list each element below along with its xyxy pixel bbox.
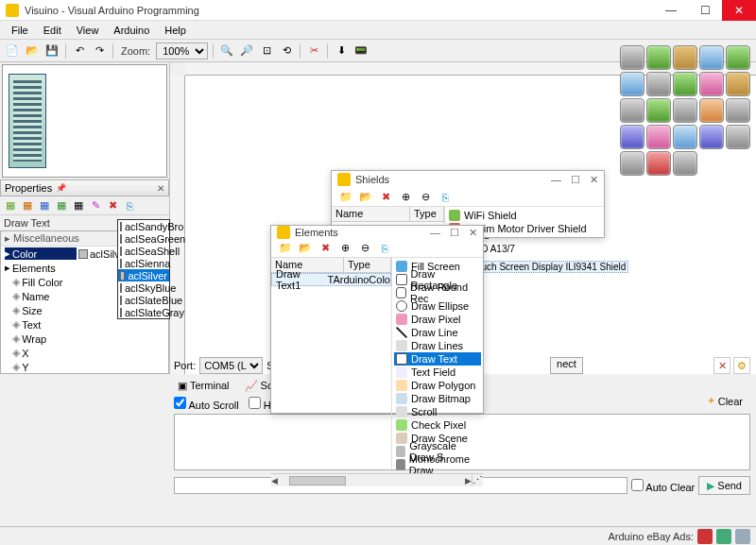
zoom-reset-icon[interactable]: ⟲	[278, 43, 295, 60]
color-option[interactable]: aclSkyBlue	[118, 281, 169, 294]
pin-icon[interactable]: 📌	[56, 183, 66, 193]
color-option[interactable]: aclSlateBlue	[118, 294, 169, 306]
prop-row-x[interactable]: ◈ X	[1, 346, 168, 360]
dialog-max-icon[interactable]: ☐	[450, 227, 459, 239]
port-select[interactable]: COM5 (L	[199, 357, 263, 374]
element-item-draw-lines[interactable]: Draw Lines	[394, 339, 481, 352]
tool-icon[interactable]: 📂	[297, 240, 314, 257]
tool-icon[interactable]: ⊖	[417, 189, 434, 206]
tool-icon[interactable]: ✖	[377, 189, 394, 206]
prop-tool-1[interactable]: ▦	[3, 198, 18, 213]
tool-icon[interactable]: ⎘	[376, 240, 393, 257]
palette-item[interactable]	[620, 151, 644, 176]
palette-item[interactable]	[620, 72, 644, 96]
zoom-select[interactable]: 100%	[156, 43, 208, 60]
palette-item[interactable]	[726, 98, 750, 123]
element-item-scroll[interactable]: Scroll	[394, 405, 481, 418]
element-item-text-field[interactable]: Text Field	[394, 366, 481, 379]
send-button[interactable]: ▶Send	[698, 476, 750, 495]
shields-titlebar[interactable]: Shields —☐✕	[332, 171, 604, 188]
palette-item[interactable]	[673, 72, 697, 96]
element-item-draw-text[interactable]: Draw Text	[394, 352, 481, 366]
maximize-button[interactable]: ☐	[688, 0, 722, 21]
redo-icon[interactable]: ↷	[91, 43, 108, 60]
palette-item[interactable]	[726, 45, 750, 70]
dialog-min-icon[interactable]: —	[430, 227, 440, 239]
shield-item-touch[interactable]: r Touch Screen Display ILI9341 Shield	[463, 261, 628, 273]
palette-item[interactable]	[673, 98, 697, 123]
open-icon[interactable]: 📂	[24, 43, 41, 60]
zoom-fit-icon[interactable]: ⊡	[258, 43, 275, 60]
save-icon[interactable]: 💾	[43, 43, 60, 60]
prop-tool-6[interactable]: ✎	[88, 198, 103, 213]
element-item-check-pixel[interactable]: Check Pixel	[394, 418, 481, 432]
dialog-max-icon[interactable]: ☐	[571, 174, 580, 186]
prop-tool-5[interactable]: ▦	[71, 198, 86, 213]
dialog-scrollbar[interactable]: ◀▶⋰	[271, 473, 483, 486]
tab-terminal[interactable]: ▣Terminal	[174, 379, 233, 393]
color-option[interactable]: aclSienna	[118, 257, 169, 269]
tool-icon[interactable]: ⊕	[336, 240, 353, 257]
palette-item[interactable]	[646, 125, 671, 149]
upload-icon[interactable]: ⬇	[333, 43, 350, 60]
prop-row-wrap[interactable]: ◈ Wrap	[1, 332, 168, 346]
palette-item[interactable]	[699, 125, 724, 149]
element-item-draw-ellipse[interactable]: Draw Ellipse	[394, 299, 481, 313]
status-icon-3[interactable]	[735, 529, 750, 544]
element-item-draw-line[interactable]: Draw Line	[394, 326, 481, 339]
palette-item[interactable]	[699, 98, 724, 123]
element-item-draw-round-rec[interactable]: Draw Round Rec	[394, 286, 481, 299]
palette-item[interactable]	[646, 98, 671, 123]
dialog-close-icon[interactable]: ✕	[590, 174, 598, 186]
tool-icon[interactable]: ✖	[317, 240, 334, 257]
prop-tool-4[interactable]: ▦	[54, 198, 69, 213]
serial-icon[interactable]: 📟	[352, 43, 369, 60]
palette-item[interactable]	[620, 125, 644, 149]
elements-titlebar[interactable]: Elements —☐✕	[271, 226, 483, 239]
color-option-selected[interactable]: aclSilver	[118, 269, 169, 281]
dialog-close-icon[interactable]: ✕	[469, 227, 477, 239]
element-item-draw-bitmap[interactable]: Draw Bitmap	[394, 392, 481, 405]
palette-item[interactable]	[726, 125, 750, 149]
palette-item[interactable]	[646, 151, 671, 176]
tool-icon[interactable]: 📁	[277, 240, 294, 257]
elements-dialog[interactable]: Elements —☐✕ 📁 📂 ✖ ⊕ ⊖ ⎘ NameType Draw T…	[270, 225, 484, 414]
prop-tool-2[interactable]: ▦	[20, 198, 35, 213]
status-icon-2[interactable]	[716, 529, 731, 544]
menu-help[interactable]: Help	[157, 23, 194, 38]
palette-item[interactable]	[699, 72, 724, 96]
element-item-draw-pixel[interactable]: Draw Pixel	[394, 313, 481, 326]
element-item-draw-polygon[interactable]: Draw Polygon	[394, 379, 481, 392]
tool-icon[interactable]: ⎘	[437, 189, 454, 206]
close-button[interactable]: ✕	[722, 0, 756, 21]
undo-icon[interactable]: ↶	[71, 43, 88, 60]
menu-edit[interactable]: Edit	[36, 23, 69, 38]
palette-item[interactable]	[726, 72, 750, 96]
tool-icon[interactable]: 📁	[337, 189, 354, 206]
menu-arduino[interactable]: Arduino	[106, 23, 157, 38]
color-option[interactable]: aclSandyBro	[118, 220, 169, 232]
palette-item[interactable]	[646, 72, 671, 96]
new-icon[interactable]: 📄	[4, 43, 21, 60]
tool-icon[interactable]: 📂	[357, 189, 374, 206]
auto-scroll-checkbox[interactable]: Auto Scroll	[174, 397, 239, 411]
prop-tool-7[interactable]: ✖	[105, 198, 120, 213]
palette-item[interactable]	[646, 45, 671, 70]
palette-item[interactable]	[699, 45, 724, 70]
dialog-min-icon[interactable]: —	[551, 174, 561, 186]
status-icon-1[interactable]	[697, 529, 713, 544]
tool-icon[interactable]: ⊕	[397, 189, 414, 206]
tool-icon[interactable]: ⊖	[356, 240, 373, 257]
menu-file[interactable]: File	[4, 23, 36, 38]
zoom-out-icon[interactable]: 🔎	[238, 43, 255, 60]
zoom-in-icon[interactable]: 🔍	[218, 43, 235, 60]
tool-close-icon[interactable]: ✕	[713, 357, 730, 374]
board-preview[interactable]	[2, 64, 167, 178]
prop-row-text[interactable]: ◈ Text	[1, 317, 168, 332]
color-option[interactable]: aclSeaShell	[118, 245, 169, 257]
palette-item[interactable]	[673, 125, 697, 149]
color-option[interactable]: aclSeaGreen	[118, 232, 169, 245]
panel-close-icon[interactable]: ✕	[157, 183, 164, 194]
shield-item-wifi[interactable]: WiFi Shield	[447, 209, 602, 222]
prop-row-y[interactable]: ◈ Y	[1, 360, 168, 374]
